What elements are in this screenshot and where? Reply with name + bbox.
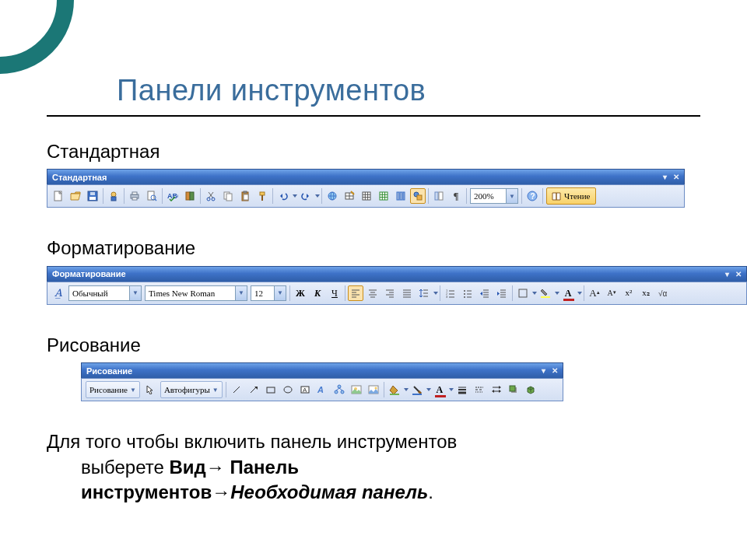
style-combo[interactable]: Обычный ▼: [68, 285, 142, 301]
font-combo[interactable]: Times New Roman ▼: [145, 285, 247, 301]
svg-rect-7: [132, 192, 137, 194]
align-right-icon[interactable]: [382, 285, 398, 301]
zoom-combo[interactable]: 200% ▼: [470, 188, 518, 204]
toolbar-format-titlebar[interactable]: Форматирование ▾ ✕: [47, 266, 747, 282]
arrow-tool-icon[interactable]: [246, 382, 261, 397]
chevron-down-icon[interactable]: ▼: [129, 286, 141, 300]
font-color-dropdown-icon[interactable]: [577, 292, 582, 295]
help-icon[interactable]: ?: [524, 188, 540, 204]
subscript-icon[interactable]: x₂: [638, 285, 654, 301]
copy-icon[interactable]: [220, 188, 236, 204]
chevron-down-icon[interactable]: ▼: [274, 286, 286, 300]
line-tool-icon[interactable]: [229, 382, 244, 397]
permission-icon[interactable]: [106, 188, 121, 204]
redo-dropdown-icon[interactable]: [315, 194, 320, 198]
highlight-icon[interactable]: [538, 285, 553, 301]
drawing-toggle-icon[interactable]: [410, 188, 426, 204]
diagram-icon[interactable]: [331, 382, 347, 397]
show-formatting-icon[interactable]: ¶: [448, 188, 464, 204]
autoshapes-button[interactable]: Автофигуры ▼: [160, 381, 223, 398]
columns-icon[interactable]: [393, 188, 409, 204]
reading-mode-button[interactable]: Чтение: [546, 187, 596, 205]
underline-button[interactable]: Ч: [327, 285, 342, 301]
decrease-indent-icon[interactable]: [477, 285, 493, 301]
undo-icon[interactable]: [275, 188, 291, 204]
line-color-icon[interactable]: [409, 382, 425, 397]
align-left-icon[interactable]: [348, 285, 363, 301]
borders-dropdown-icon[interactable]: [532, 292, 537, 295]
clipart-icon[interactable]: [349, 382, 364, 397]
cut-icon[interactable]: [203, 188, 219, 204]
chevron-down-icon[interactable]: ▼: [235, 286, 247, 300]
instr-line2b: Вид→ Панель: [169, 457, 298, 478]
insert-picture-icon[interactable]: [366, 382, 381, 397]
toolbar-options-icon[interactable]: ▾: [542, 366, 545, 375]
redo-icon[interactable]: [298, 188, 314, 204]
bold-button[interactable]: Ж: [293, 285, 308, 301]
change-case-icon[interactable]: √α: [655, 285, 671, 301]
svg-line-11: [155, 199, 156, 201]
toolbar-draw-titlebar[interactable]: Рисование ▾ ✕: [81, 362, 563, 378]
styles-pane-icon[interactable]: A̲: [51, 285, 66, 301]
highlight-dropdown-icon[interactable]: [555, 292, 559, 295]
borders-icon[interactable]: [515, 285, 531, 301]
italic-button[interactable]: К: [310, 285, 325, 301]
close-icon[interactable]: ✕: [735, 270, 742, 278]
toolbar-standard-titlebar[interactable]: Стандартная ▾ ✕: [47, 169, 685, 184]
save-icon[interactable]: [85, 188, 100, 204]
align-justify-icon[interactable]: [399, 285, 415, 301]
line-color-dropdown-icon[interactable]: [426, 388, 431, 391]
open-icon[interactable]: [68, 188, 83, 204]
numbered-list-icon[interactable]: 123: [443, 285, 458, 301]
line-spacing-dropdown-icon[interactable]: [433, 292, 438, 295]
insert-worksheet-icon[interactable]: [376, 188, 391, 204]
font-size-combo[interactable]: 12 ▼: [251, 285, 286, 301]
fill-color-icon[interactable]: [387, 382, 402, 397]
3d-style-icon[interactable]: [523, 382, 538, 397]
toolbar-options-icon[interactable]: ▾: [663, 173, 667, 181]
svg-line-103: [336, 388, 339, 390]
doc-map-icon[interactable]: [431, 188, 447, 204]
line-spacing-icon[interactable]: [416, 285, 432, 301]
svg-rect-5: [111, 197, 116, 201]
spellcheck-icon[interactable]: ABC: [165, 188, 181, 204]
toolbar-options-icon[interactable]: ▾: [725, 270, 729, 278]
toolbar-draw-title: Рисование: [86, 366, 132, 376]
bullet-list-icon[interactable]: [460, 285, 475, 301]
arrow-style-icon[interactable]: [489, 382, 504, 397]
increase-indent-icon[interactable]: [494, 285, 510, 301]
draw-menu-button[interactable]: Рисование ▼: [86, 381, 140, 398]
hyperlink-icon[interactable]: [324, 188, 340, 204]
chevron-down-icon[interactable]: ▼: [130, 387, 136, 394]
undo-dropdown-icon[interactable]: [293, 194, 297, 198]
insert-table-icon[interactable]: [359, 188, 374, 204]
line-style-icon[interactable]: [454, 382, 470, 397]
chevron-down-icon[interactable]: ▼: [506, 189, 517, 203]
close-icon[interactable]: ✕: [673, 173, 679, 181]
print-preview-icon[interactable]: [144, 188, 160, 204]
grow-font-icon[interactable]: A▴: [587, 285, 602, 301]
oval-tool-icon[interactable]: [280, 382, 296, 397]
print-icon[interactable]: [127, 188, 142, 204]
rectangle-tool-icon[interactable]: [263, 382, 279, 397]
label-format: Форматирование: [47, 236, 739, 261]
font-color-dropdown-icon[interactable]: [449, 388, 454, 391]
tables-borders-icon[interactable]: [342, 188, 357, 204]
textbox-tool-icon[interactable]: A: [297, 382, 313, 397]
chevron-down-icon[interactable]: ▼: [212, 387, 219, 394]
svg-rect-120: [510, 386, 515, 391]
align-center-icon[interactable]: [365, 285, 381, 301]
dash-style-icon[interactable]: [472, 382, 487, 397]
paste-icon[interactable]: [237, 188, 253, 204]
fill-color-dropdown-icon[interactable]: [404, 388, 409, 391]
research-icon[interactable]: [182, 188, 198, 204]
close-icon[interactable]: ✕: [552, 366, 558, 375]
shrink-font-icon[interactable]: A▾: [604, 285, 619, 301]
reading-label: Чтение: [564, 191, 591, 201]
select-objects-icon[interactable]: [142, 382, 158, 397]
new-doc-icon[interactable]: [51, 188, 66, 204]
superscript-icon[interactable]: x²: [621, 285, 637, 301]
shadow-style-icon[interactable]: [506, 382, 521, 397]
wordart-icon[interactable]: A: [314, 382, 330, 397]
format-painter-icon[interactable]: [254, 188, 270, 204]
